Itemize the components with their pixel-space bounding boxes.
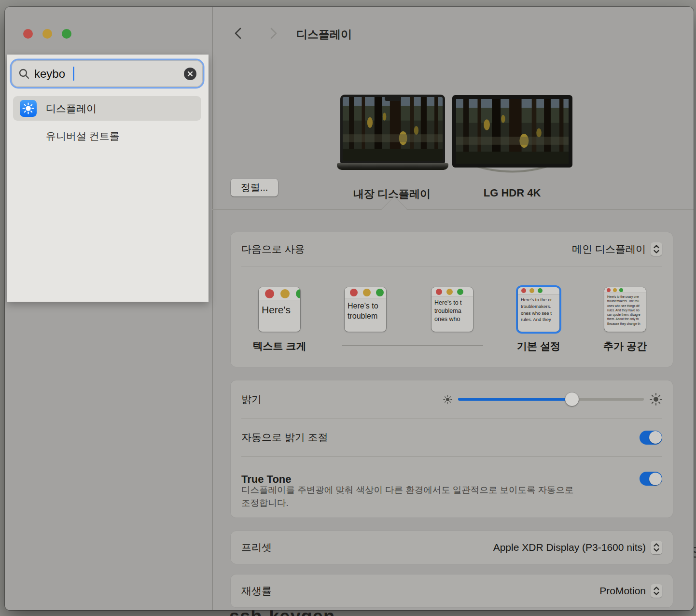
system-settings-window: 디스플레이 유니버설 컨트롤 디스플레이 [5,7,694,610]
refresh-rate-value: ProMotion [599,585,646,597]
chevron-up-down-icon [653,244,660,254]
preset-row: 프리셋 Apple XDR Display (P3-1600 nits) [231,531,673,564]
use-as-select[interactable]: 메인 디스플레이 [572,242,662,256]
mini-window-titlebar [259,287,300,300]
true-tone-toggle[interactable] [640,472,662,486]
text-size-connector-line [342,345,483,346]
window-controls [23,29,71,39]
search-result-universal-control[interactable]: 유니버설 컨트롤 [13,124,201,148]
refresh-rate-select[interactable]: ProMotion [599,584,662,598]
mini-window-titlebar [604,287,646,293]
search-input[interactable] [34,67,150,81]
slider-knob[interactable] [565,392,579,406]
builtin-display-thumbnail[interactable] [340,95,445,163]
search-result-label: 유니버설 컨트롤 [46,129,120,143]
clear-x-icon [187,70,194,77]
preset-stepper[interactable] [651,541,662,554]
refresh-rate-row: 재생률 ProMotion [231,574,673,607]
search-result-displays[interactable]: 디스플레이 [13,96,201,121]
external-display-thumbnail[interactable] [452,95,572,168]
use-as-stepper[interactable] [651,242,662,256]
mini-window-text: Here's to troublem [345,298,386,323]
laptop-base [337,163,448,170]
mini-window-text: Here's to the cr troublemakers. ones who… [518,294,559,324]
refresh-rate-stepper[interactable] [651,584,662,598]
display-settings-icon [20,100,37,117]
back-button[interactable] [232,27,245,40]
preset-card: 프리셋 Apple XDR Display (P3-1600 nits) [231,531,673,564]
refresh-rate-card: 재생률 ProMotion [231,574,673,607]
external-display-label: LG HDR 4K [449,187,575,199]
card-divider [241,266,662,266]
mini-window-titlebar [518,287,559,294]
arrange-displays-button[interactable]: 정렬... [231,179,278,196]
builtin-display-wallpaper [343,97,443,161]
refresh-rate-label: 재생률 [241,584,272,598]
text-size-option-default[interactable]: Here's to the cr troublemakers. ones who… [518,287,559,332]
search-icon [18,68,30,80]
external-display-wallpaper [456,99,569,164]
sun-bright-icon [650,393,662,406]
text-size-option-3[interactable]: Here's to t troublema ones who [432,287,473,332]
close-window-button[interactable] [23,29,33,39]
page-title: 디스플레이 [296,27,352,42]
brightness-slider[interactable] [458,392,644,406]
brightness-label: 밝기 [241,392,262,406]
auto-brightness-row: 자동으로 밝기 조절 [231,419,673,456]
minimize-window-button[interactable] [42,29,52,39]
sidebar-divider [212,7,213,610]
mini-window-text: Here's to the crazy one troublemakers. T… [604,293,646,327]
preset-value: Apple XDR Display (P3-1600 nits) [493,542,646,553]
toggle-knob [649,431,662,444]
search-result-label: 디스플레이 [46,102,97,115]
mini-window-titlebar [345,287,386,298]
clear-search-button[interactable] [184,68,196,80]
slider-fill [458,398,572,401]
laptop-notch [385,97,401,101]
true-tone-row: True Tone [231,457,673,486]
chevron-up-down-icon [653,586,660,596]
text-cursor [73,67,74,81]
search-results-panel: 디스플레이 유니버설 컨트롤 [7,55,209,302]
mini-window-text: Here's to t troublema ones who [432,296,473,325]
use-as-label: 다음으로 사용 [241,242,305,256]
brightness-card: 밝기 [231,380,673,518]
brightness-row: 밝기 [231,380,673,418]
auto-brightness-toggle[interactable] [640,431,662,445]
forward-button[interactable] [266,27,280,40]
preset-label: 프리셋 [241,541,272,554]
mini-window-titlebar [432,287,473,296]
text-size-label-default: 기본 설정 [490,339,587,353]
preset-select[interactable]: Apple XDR Display (P3-1600 nits) [493,541,662,554]
use-as-row: 다음으로 사용 메인 디스플레이 [231,232,673,266]
use-as-value: 메인 디스플레이 [572,242,646,256]
mini-window-text: Here's [259,300,300,317]
display-mode-card: 다음으로 사용 메인 디스플레이 Here's Here [231,232,673,367]
search-field[interactable] [12,60,203,87]
auto-brightness-label: 자동으로 밝기 조절 [241,431,328,444]
sun-dim-icon [443,395,452,404]
toggle-knob [649,473,662,485]
text-size-label-larger: 텍스트 크게 [231,339,328,353]
text-size-label-more-space: 추가 공간 [577,339,673,353]
zoom-window-button[interactable] [62,29,71,39]
content-divider [212,209,694,210]
chevron-up-down-icon [653,543,660,552]
text-size-option-larger-text[interactable]: Here's [259,287,300,332]
true-tone-description: 디스플레이를 주변광에 맞춰 색상이 다른 환경에서도 일관적으로 보이도록 자… [241,484,623,510]
text-size-option-more-space[interactable]: Here's to the crazy one troublemakers. T… [604,287,646,332]
text-size-option-2[interactable]: Here's to troublem [345,287,386,332]
